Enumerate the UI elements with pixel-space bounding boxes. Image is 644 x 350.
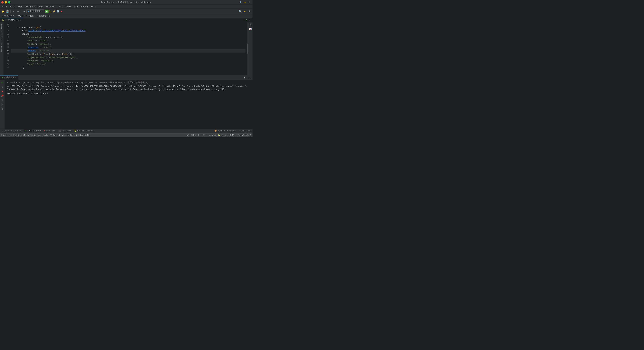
menu-view[interactable]: View [16, 5, 24, 8]
status-update-message[interactable]: Localized PyCharm 2021.3.3 is available … [1, 134, 90, 136]
crlf-text: CRLF [192, 134, 196, 136]
more-actions[interactable]: ≡ [22, 9, 26, 14]
save-button[interactable]: 💾 [5, 9, 9, 14]
menu-refactor[interactable]: Refactor [45, 5, 57, 8]
bottom-content: ▶ ↺ ◼ 📌 ≡ ⊞ 🗑 E:\PycharmProjects\LearnSp… [0, 80, 252, 129]
encoding-status[interactable]: UTF-8 [198, 134, 204, 136]
run-stop-icon[interactable]: ◼ [0, 90, 4, 93]
debug-button[interactable]: 🐛 [49, 10, 52, 13]
check-label[interactable]: ✓ 5 [244, 19, 247, 22]
python-packages-label: Python Packages [218, 130, 236, 132]
code-content[interactable]: res = requests.get( url="https://captcha… [10, 23, 247, 75]
python-version-text: Python 3.11 (LearnSpider) [221, 134, 251, 136]
bookmarks-label[interactable]: Bookmarks [0, 42, 3, 54]
maximize-button[interactable] [8, 1, 10, 4]
learn-label[interactable]: Learn [0, 23, 3, 30]
back-button[interactable]: ← [12, 9, 16, 14]
menu-help[interactable]: Help [90, 5, 97, 8]
tab-close-button[interactable]: ✕ [20, 19, 22, 21]
line-num-24: 24 [4, 53, 9, 56]
terminal-label: Terminal [62, 130, 71, 132]
pycharm-icon[interactable]: ★ [243, 9, 247, 14]
breadcrumb-file[interactable]: 2.模拟请求.py [36, 15, 50, 17]
menu-window[interactable]: Window [80, 5, 90, 8]
breadcrumb-day14[interactable]: day14 [18, 15, 24, 17]
line-ending[interactable]: CRLF [192, 134, 196, 136]
close-button[interactable] [1, 1, 4, 4]
line-num-16: 16 [4, 26, 9, 29]
line-num-17: 17 [4, 29, 9, 33]
search-everywhere-button[interactable]: 🔍 [239, 1, 242, 4]
run-bottom-item[interactable]: ▶ Run [24, 129, 32, 132]
breadcrumb-sep1: › [16, 15, 17, 17]
run-rerun-icon[interactable]: ↺ [0, 85, 4, 89]
line-num-19: 19 [4, 36, 9, 39]
update-message-text: Localized PyCharm 2021.3.3 is available … [1, 134, 90, 136]
toolbar-right: 🔍 ★ ⚙ [238, 9, 252, 14]
line-num-27: 27 [4, 63, 9, 66]
search-everywhere-toolbar[interactable]: 🔍 [238, 9, 242, 14]
cursor-position[interactable]: 3:1 [186, 134, 190, 136]
run-scroll-icon[interactable]: ≡ [0, 98, 4, 102]
run-filter-icon[interactable]: ⊞ [0, 103, 4, 106]
run-tab[interactable]: ▶ 2.模拟请求 ✕ [0, 75, 18, 80]
problems-item[interactable]: ● Problems [42, 129, 57, 132]
cursor-pos-text: 3:1 [186, 134, 190, 136]
run-tab-close[interactable]: ✕ [15, 77, 16, 79]
problems-icon: ● [44, 130, 45, 132]
event-log-item[interactable]: Event Log [238, 129, 252, 132]
run-clear-icon[interactable]: 🗑 [0, 107, 4, 111]
breadcrumb-config[interactable]: 01-配置 [26, 15, 34, 17]
menu-edit[interactable]: Edit [8, 5, 16, 8]
python-packages-item[interactable]: 📦 Python Packages [213, 129, 237, 132]
run-with-profiler[interactable]: 🔄 [56, 10, 60, 13]
run-config-selector[interactable]: ▶ 2.模拟请求 ▼ [26, 9, 44, 14]
menu-code[interactable]: Code [37, 5, 44, 8]
run-play-icon[interactable]: ▶ [0, 81, 4, 85]
menu-tools[interactable]: Tools [64, 5, 72, 8]
todo-icon: ☰ [34, 130, 35, 132]
stop-button[interactable]: ◼ [60, 10, 63, 13]
code-line-19: "captchaUuid": captcha_uuid, [11, 36, 246, 39]
forward-button[interactable]: → [16, 9, 20, 14]
panel-minimize-button[interactable]: — [247, 76, 251, 80]
coverage-button[interactable]: ⚡ [52, 10, 56, 13]
line-num-15: 15 [4, 23, 9, 26]
notification-button[interactable]: ● [243, 1, 247, 4]
toolbar-separator [10, 10, 10, 13]
tab-label: 2.模拟请求.py [5, 19, 20, 22]
panel-settings-button[interactable]: ⚙ [242, 76, 246, 80]
project-icon[interactable]: 📁 [1, 9, 5, 14]
indent-status[interactable]: 4 spaces [206, 134, 216, 136]
sciview-icon[interactable]: 📊 [249, 27, 252, 31]
structure-label[interactable]: Structure [0, 30, 3, 42]
todo-item[interactable]: ☰ TODO [32, 129, 42, 132]
version-control-item[interactable]: ⑂ Version Control [1, 129, 23, 132]
bottom-tab-right: ⚙ — [242, 76, 252, 80]
code-editor[interactable]: 15 16 17 18 19 20 21 22 23 24 25 26 27 2… [4, 23, 247, 75]
python-version-icon: 🐍 [218, 134, 220, 136]
code-line-23: "sdkver": "1.1.3", [11, 49, 246, 53]
settings-button[interactable]: ⚙ [248, 1, 251, 4]
run-bottom-icon: ▶ [25, 130, 26, 132]
menu-run[interactable]: Run [57, 5, 64, 8]
run-bottom-label: Run [27, 130, 30, 132]
menu-navigate[interactable]: Navigate [24, 5, 36, 8]
run-button[interactable]: ▶ [45, 10, 48, 13]
tab-settings[interactable]: ⋮ [247, 18, 251, 22]
run-command: E:\PycharmProjects\LearnSpider\.venv\Scr… [7, 81, 250, 84]
run-pin-icon[interactable]: 📌 [0, 94, 4, 98]
breadcrumb-root[interactable]: LearnSpider [2, 15, 15, 17]
minimize-button[interactable] [5, 1, 7, 4]
menu-file[interactable]: File [1, 5, 8, 8]
power-save-mode[interactable]: ⚙ [248, 9, 252, 14]
scroll-thumb[interactable] [247, 44, 248, 54]
python-console-item[interactable]: 🐍 Python Console [73, 129, 96, 132]
code-line-20: "model": "slide", [11, 39, 246, 43]
file-tab-active[interactable]: 🐍 2.模拟请求.py ✕ [0, 18, 24, 22]
vertical-scrollbar[interactable] [247, 23, 248, 75]
database-icon[interactable]: 🗄 [249, 23, 252, 27]
terminal-item[interactable]: ⬛ Terminal [57, 129, 72, 132]
menu-vcs[interactable]: VCS [73, 5, 79, 8]
python-version-status[interactable]: 🐍 Python 3.11 (LearnSpider) [218, 134, 251, 136]
